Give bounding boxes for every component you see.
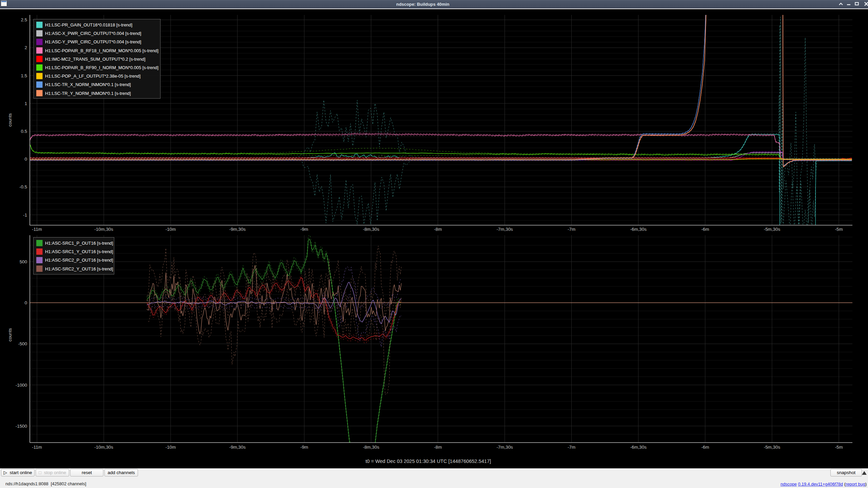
svg-text:-7m,30s: -7m,30s [496,227,513,232]
svg-text:-500: -500 [18,341,27,346]
svg-text:-9m: -9m [300,445,308,450]
svg-text:-1000: -1000 [16,383,27,388]
svg-text:H1:LSC-POP_A_LF_OUTPUT*2.38e-0: H1:LSC-POP_A_LF_OUTPUT*2.38e-05 [s-trend… [45,74,141,79]
svg-text:-5m: -5m [835,227,843,232]
svg-text:-6m: -6m [701,445,709,450]
svg-text:-0.5: -0.5 [19,184,27,189]
svg-text:-9m,30s: -9m,30s [229,445,246,450]
svg-text:-7m,30s: -7m,30s [496,445,513,450]
svg-text:0: 0 [25,157,27,162]
svg-text:counts: counts [7,328,13,342]
svg-text:-1500: -1500 [16,424,27,429]
svg-text:2.5: 2.5 [21,17,27,22]
svg-text:H1:ASC-SRC1_Y_OUT16 [s-trend]: H1:ASC-SRC1_Y_OUT16 [s-trend] [45,249,113,254]
svg-text:-5m: -5m [835,445,843,450]
svg-text:0: 0 [25,300,27,305]
svg-text:-10m,30s: -10m,30s [94,445,113,450]
svg-text:-6m,30s: -6m,30s [630,227,647,232]
svg-text:-8m,30s: -8m,30s [363,445,379,450]
svg-text:-7m: -7m [568,227,575,232]
svg-text:H1:IMC-MC2_TRANS_SUM_OUTPUT*0.: H1:IMC-MC2_TRANS_SUM_OUTPUT*0.2 [s-trend… [45,57,145,62]
svg-text:-8m: -8m [434,227,442,232]
svg-text:-11m: -11m [32,445,42,450]
svg-text:-10m,30s: -10m,30s [94,227,113,232]
svg-text:2: 2 [25,45,27,50]
svg-text:-11m: -11m [32,227,42,232]
svg-text:H1:ASC-SRC2_Y_OUT16 [s-trend]: H1:ASC-SRC2_Y_OUT16 [s-trend] [45,266,113,271]
svg-text:-7m: -7m [568,445,575,450]
svg-text:H1:LSC-TR_Y_NORM_INMON*0.1 [s-: H1:LSC-TR_Y_NORM_INMON*0.1 [s-trend] [45,91,131,96]
svg-text:-1: -1 [23,212,27,218]
svg-text:-5m,30s: -5m,30s [764,445,781,450]
svg-text:H1:ASC-SRC1_P_OUT16 [s-trend]: H1:ASC-SRC1_P_OUT16 [s-trend] [45,241,113,246]
svg-text:counts: counts [7,113,13,127]
svg-text:H1:ASC-SRC2_P_OUT16 [s-trend]: H1:ASC-SRC2_P_OUT16 [s-trend] [45,258,113,263]
svg-text:-5m,30s: -5m,30s [764,227,781,232]
svg-text:H1:LSC-POPAIR_B_RF90_I_NORM_MO: H1:LSC-POPAIR_B_RF90_I_NORM_MON*0.005 [s… [45,65,158,70]
svg-text:-9m: -9m [300,227,308,232]
svg-text:-8m,30s: -8m,30s [363,227,379,232]
svg-text:500: 500 [20,259,27,264]
svg-text:-8m: -8m [434,445,442,450]
svg-text:-6m: -6m [701,227,709,232]
svg-text:H1:ASC-X_PWR_CIRC_OUTPUT*0.004: H1:ASC-X_PWR_CIRC_OUTPUT*0.004 [s-trend] [45,31,141,36]
svg-text:H1:LSC-POPAIR_B_RF18_I_NORM_MO: H1:LSC-POPAIR_B_RF18_I_NORM_MON*0.005 [s… [45,48,158,53]
svg-text:-10m: -10m [165,445,176,450]
svg-text:1: 1 [25,101,27,106]
svg-text:H1:LSC-TR_X_NORM_INMON*0.1 [s-: H1:LSC-TR_X_NORM_INMON*0.1 [s-trend] [45,82,131,87]
svg-text:-6m,30s: -6m,30s [630,445,647,450]
svg-text:H1:LSC-PR_GAIN_OUT16*0.01818 [: H1:LSC-PR_GAIN_OUT16*0.01818 [s-trend] [45,22,132,27]
svg-text:-9m,30s: -9m,30s [229,227,246,232]
svg-text:-10m: -10m [165,227,176,232]
svg-text:1.5: 1.5 [21,73,27,78]
svg-text:t0 = Wed Dec 03 2025 01:30:34: t0 = Wed Dec 03 2025 01:30:34 UTC [14487… [366,459,491,464]
svg-text:H1:ASC-Y_PWR_CIRC_OUTPUT*0.004: H1:ASC-Y_PWR_CIRC_OUTPUT*0.004 [s-trend] [45,39,141,44]
svg-text:0.5: 0.5 [21,129,27,134]
